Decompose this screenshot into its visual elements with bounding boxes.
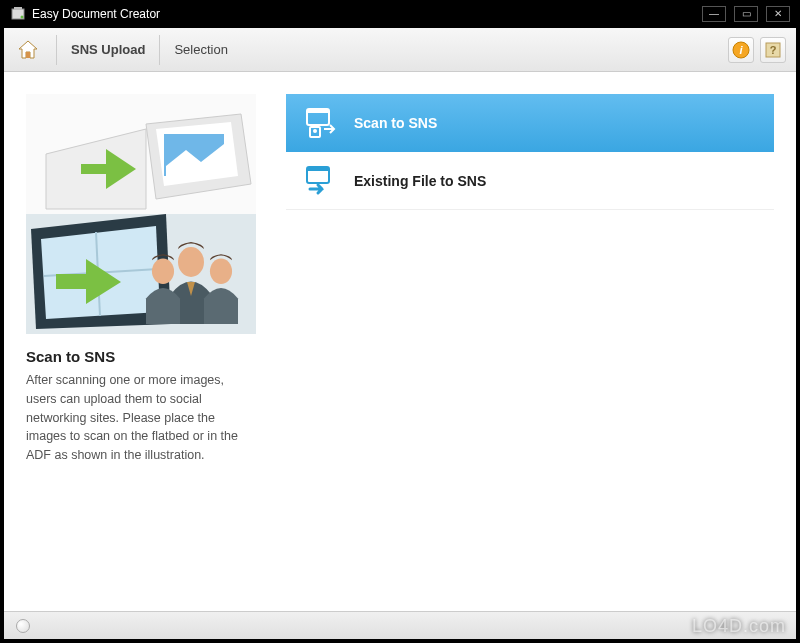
close-button[interactable]: ✕ <box>766 6 790 22</box>
breadcrumb-secondary: Selection <box>174 42 227 57</box>
svg-text:?: ? <box>770 44 777 56</box>
minimize-button[interactable]: — <box>702 6 726 22</box>
svg-rect-4 <box>26 52 30 58</box>
home-icon[interactable] <box>14 36 42 64</box>
illustration <box>26 94 256 334</box>
maximize-button[interactable]: ▭ <box>734 6 758 22</box>
status-indicator-icon <box>16 619 30 633</box>
option-label: Existing File to SNS <box>354 173 486 189</box>
svg-point-24 <box>152 259 174 285</box>
side-heading: Scan to SNS <box>26 348 256 365</box>
side-description: After scanning one or more images, users… <box>26 371 256 465</box>
svg-point-29 <box>313 129 317 133</box>
separator <box>159 35 160 65</box>
side-panel: Scan to SNS After scanning one or more i… <box>26 94 256 589</box>
option-label: Scan to SNS <box>354 115 437 131</box>
svg-point-25 <box>210 259 232 285</box>
svg-rect-31 <box>307 167 329 171</box>
scanner-sns-icon <box>304 107 336 139</box>
info-icon[interactable]: i <box>728 37 754 63</box>
svg-rect-27 <box>307 109 329 113</box>
svg-rect-1 <box>14 7 22 10</box>
options-list: Scan to SNS Existing File to SNS <box>286 94 774 589</box>
breadcrumb-primary: SNS Upload <box>71 42 145 57</box>
statusbar <box>4 611 796 639</box>
window-title: Easy Document Creator <box>32 7 702 21</box>
content-area: Scan to SNS After scanning one or more i… <box>4 72 796 611</box>
app-icon <box>10 6 26 22</box>
svg-point-2 <box>21 16 24 19</box>
svg-point-22 <box>178 247 204 277</box>
file-sns-icon <box>304 165 336 197</box>
option-existing-file-to-sns[interactable]: Existing File to SNS <box>286 152 774 210</box>
separator <box>56 35 57 65</box>
toolbar: SNS Upload Selection i ? <box>4 28 796 72</box>
help-icon[interactable]: ? <box>760 37 786 63</box>
option-scan-to-sns[interactable]: Scan to SNS <box>286 94 774 152</box>
titlebar: Easy Document Creator — ▭ ✕ <box>4 0 796 28</box>
